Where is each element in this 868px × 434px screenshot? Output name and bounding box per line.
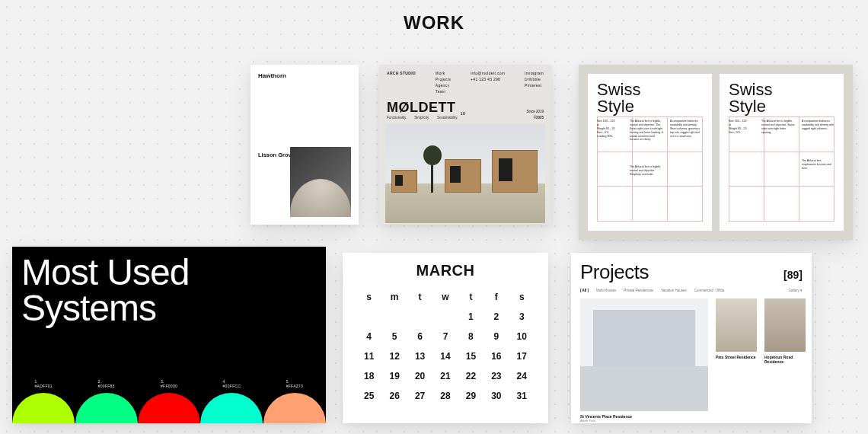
calendar-dow: f <box>483 287 509 307</box>
view-toggle[interactable]: Gallery ▾ <box>788 289 803 292</box>
card1-thumbnail <box>290 147 351 217</box>
contact-col: info@moldett.com+41 123 45 298 <box>471 71 505 94</box>
calendar-day[interactable]: 12 <box>381 346 407 366</box>
studio-label: ARCH STUDIO <box>387 71 416 94</box>
swiss-page-left: Swiss Style Size 160 – 120 ptWeight 60 –… <box>588 74 712 231</box>
calendar-day[interactable]: 17 <box>509 346 535 366</box>
work-card-moldett[interactable]: ARCH STUDIO WorkProjects AgencyTeam info… <box>379 65 551 225</box>
calendar-day[interactable]: 20 <box>407 366 432 386</box>
calendar-day <box>356 307 381 327</box>
systems-title: Most UsedSystems <box>12 247 326 333</box>
nav-col: WorkProjects AgencyTeam <box>436 71 451 94</box>
calendar-day[interactable]: 9 <box>483 327 509 346</box>
swatch-1 <box>12 393 75 423</box>
project-2-name: Pats Street Residence <box>716 355 757 359</box>
calendar-dow: m <box>381 287 407 307</box>
calendar-day[interactable]: 2 <box>483 307 509 327</box>
calendar-day <box>407 307 432 327</box>
card1-title: Hawthorn <box>258 72 351 79</box>
projects-filters[interactable]: [ All ] Multi-Houses Private Residences … <box>580 289 803 292</box>
calendar-day[interactable]: 21 <box>432 366 458 386</box>
calendar-day[interactable]: 5 <box>381 327 407 346</box>
swatch-5 <box>263 393 326 423</box>
calendar-day[interactable]: 7 <box>432 327 458 346</box>
calendar-day[interactable]: 30 <box>483 386 509 406</box>
swiss-title-2: Swiss Style <box>729 81 834 115</box>
calendar-day[interactable]: 22 <box>458 366 483 386</box>
calendar-day <box>381 307 407 327</box>
calendar-month: MARCH <box>356 262 535 279</box>
project-2-photo[interactable] <box>716 298 757 352</box>
calendar-day[interactable]: 13 <box>407 346 432 366</box>
tag-row: Functionality.Simplicity.Sustainability.… <box>379 116 551 120</box>
projects-title: Projects <box>580 260 649 284</box>
calendar-grid: smtwtfs 12345678910111213141516171819202… <box>356 287 535 406</box>
project-3-photo[interactable] <box>764 298 806 352</box>
calendar-dow: t <box>458 287 483 307</box>
calendar-day[interactable]: 14 <box>432 346 458 366</box>
work-card-calendar[interactable]: MARCH smtwtfs 12345678910111213141516171… <box>343 253 548 423</box>
work-card-systems[interactable]: Most UsedSystems 1.#ADFF01 2.#00FF83 3.#… <box>12 247 326 423</box>
swiss-page-right: Swiss Style Size 160 – 120 ptWeight 60 –… <box>720 74 844 231</box>
calendar-day[interactable]: 28 <box>432 386 458 406</box>
project-3-name: Hopetoun Road Residence <box>764 355 806 364</box>
swatch-4 <box>200 393 263 423</box>
brand-sup: 10 <box>461 111 466 116</box>
calendar-dow: w <box>432 287 458 307</box>
calendar-day[interactable]: 27 <box>407 386 432 406</box>
calendar-day[interactable]: 25 <box>356 386 381 406</box>
swatch-3 <box>138 393 200 423</box>
calendar-dow: s <box>356 287 381 307</box>
calendar-day[interactable]: 4 <box>356 327 381 346</box>
projects-count: [89] <box>783 269 803 281</box>
hero-photo <box>385 124 545 223</box>
calendar-day[interactable]: 24 <box>509 366 535 386</box>
swatch-row: 1.#ADFF01 2.#00FF83 3.#FF0000 4.#00FFCC … <box>12 379 326 423</box>
since-label: Since 2019 <box>526 110 544 113</box>
calendar-day[interactable]: 26 <box>381 386 407 406</box>
calendar-day[interactable]: 6 <box>407 327 432 346</box>
calendar-day[interactable]: 15 <box>458 346 483 366</box>
swiss-title: Swiss Style <box>597 81 703 115</box>
calendar-day[interactable]: 8 <box>458 327 483 346</box>
calendar-day[interactable]: 23 <box>483 366 509 386</box>
calendar-day[interactable]: 3 <box>509 307 535 327</box>
calendar-day[interactable]: 29 <box>458 386 483 406</box>
brand-wordmark: MØLDETT <box>387 100 456 116</box>
project-1-photo[interactable] <box>580 298 708 411</box>
calendar-day[interactable]: 16 <box>483 346 509 366</box>
calendar-day <box>432 307 458 327</box>
work-card-hawthorn[interactable]: Hawthorn Lisson Grove 2023 <box>251 65 359 225</box>
project-1-meta: Albert Park <box>580 419 708 423</box>
calendar-day[interactable]: 1 <box>458 307 483 327</box>
page-title: WORK <box>0 12 868 34</box>
calendar-dow: t <box>407 287 432 307</box>
calendar-day[interactable]: 10 <box>509 327 535 346</box>
work-card-swiss-style[interactable]: Swiss Style Size 160 – 120 ptWeight 60 –… <box>579 65 853 240</box>
calendar-dow: s <box>509 287 535 307</box>
swatch-2 <box>75 393 138 423</box>
calendar-day[interactable]: 31 <box>509 386 535 406</box>
calendar-day[interactable]: 11 <box>356 346 381 366</box>
calendar-day[interactable]: 19 <box>381 366 407 386</box>
card1-subtitle: Lisson Grove <box>258 152 295 158</box>
calendar-day[interactable]: 18 <box>356 366 381 386</box>
work-card-projects[interactable]: Projects [89] [ All ] Multi-Houses Priva… <box>571 253 812 423</box>
social-col: InstagramDribbblePinterest <box>525 71 544 94</box>
